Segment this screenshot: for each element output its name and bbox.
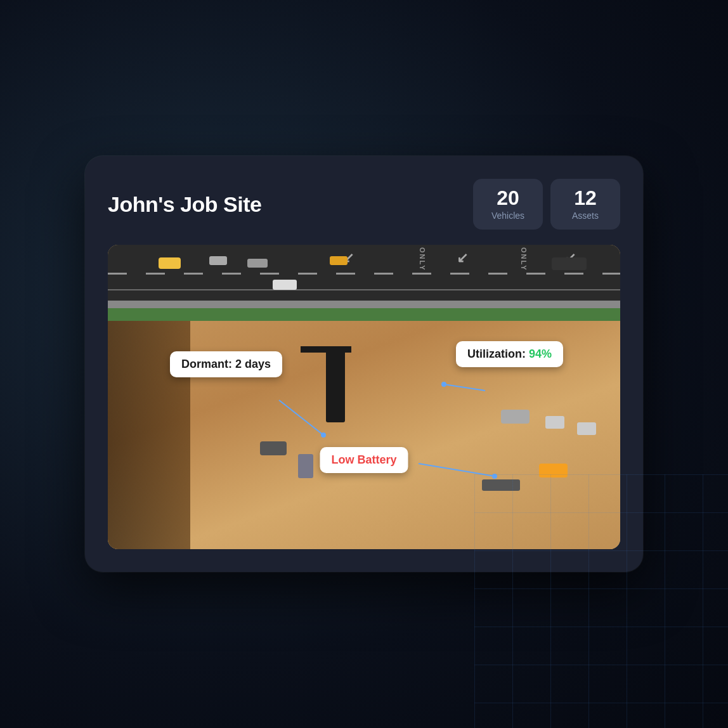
utilization-prefix: Utilization: (467, 348, 529, 360)
vehicle (247, 259, 268, 268)
vehicle (209, 256, 227, 265)
vehicles-stat: 20 Vehicles (473, 179, 543, 230)
map-scene: ↙ ↙ ↙ ONLY ONLY (108, 245, 620, 549)
utilization-annotation: Utilization: 94% (456, 341, 563, 367)
crane-icon (326, 346, 345, 422)
vehicles-label: Vehicles (490, 211, 526, 221)
dormant-annotation: Dormant: 2 days (170, 351, 282, 377)
vehicle (159, 257, 181, 269)
arrow-icon: ↙ (457, 250, 468, 266)
card-header: John's Job Site 20 Vehicles 12 Assets (108, 179, 620, 230)
grass-strip (108, 308, 620, 322)
vehicles-count: 20 (490, 188, 526, 208)
site-vehicle (501, 410, 530, 424)
site-vehicle (298, 454, 313, 478)
assets-stat: 12 Assets (550, 179, 620, 230)
vehicle (273, 280, 297, 290)
battery-annotation: Low Battery (320, 447, 408, 473)
site-title: John's Job Site (108, 192, 261, 217)
vehicle (330, 256, 348, 265)
site-vehicle (545, 416, 564, 429)
stats-row: 20 Vehicles 12 Assets (473, 179, 620, 230)
job-site-card: John's Job Site 20 Vehicles 12 Assets ↙ … (85, 156, 643, 572)
assets-count: 12 (567, 188, 604, 208)
road: ↙ ↙ ↙ ONLY ONLY (108, 245, 620, 302)
vehicle (552, 257, 587, 270)
site-vehicle (260, 441, 287, 455)
battery-label: Low Battery (331, 453, 396, 466)
map-container: ↙ ↙ ↙ ONLY ONLY (108, 245, 620, 549)
site-vehicle (539, 464, 568, 478)
assets-label: Assets (567, 211, 604, 221)
dormant-label: Dormant: 2 days (181, 358, 271, 370)
utilization-value: 94% (529, 348, 552, 360)
site-vehicle (577, 422, 596, 435)
site-pipe (482, 479, 520, 491)
